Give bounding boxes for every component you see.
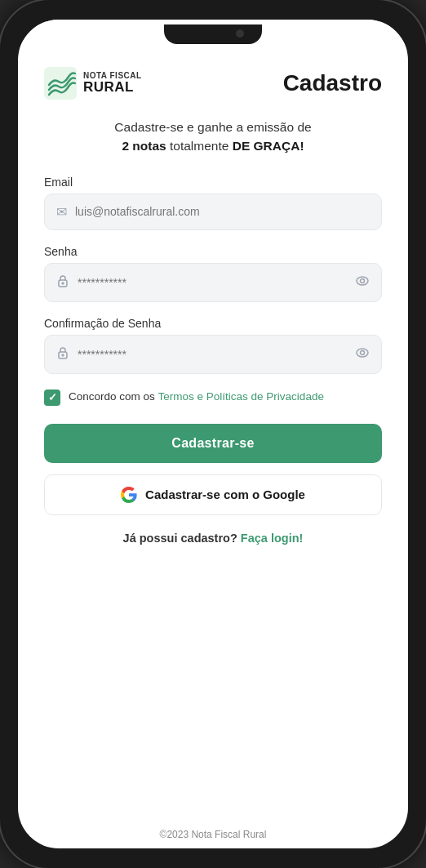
promo-text: Cadastre-se e ganhe a emissão de 2 notas… [44,118,382,156]
google-register-button[interactable]: Cadastrar-se com o Google [44,474,382,515]
confirm-password-input-wrapper [44,335,382,374]
email-icon: ✉ [56,204,67,220]
terms-checkbox[interactable]: ✓ [44,389,60,406]
confirm-lock-icon [56,346,69,363]
page-title: Cadastro [283,70,382,96]
register-button[interactable]: Cadastrar-se [44,424,382,463]
password-input[interactable] [78,276,347,289]
logo-area: NOTA FISCAL RURAL [44,67,142,100]
svg-point-4 [361,278,365,283]
logo-rural: RURAL [83,80,142,96]
email-input[interactable] [75,205,370,218]
promo-highlight-number: 2 notas [122,139,166,153]
confirm-eye-icon[interactable] [355,345,370,363]
confirm-password-label: Confirmação de Senha [44,317,382,330]
svg-rect-2 [62,282,64,284]
check-mark: ✓ [48,391,57,403]
password-label: Senha [44,245,382,258]
screen-content: NOTA FISCAL RURAL Cadastro Cadastre-se e… [18,51,408,819]
login-link[interactable]: Faça login! [241,532,304,545]
terms-link[interactable]: Termos e Políticas de Privacidade [158,390,324,403]
terms-checkbox-row: ✓ Concordo com os Termos e Políticas de … [44,389,382,406]
email-label: Email [44,176,382,189]
login-prompt-text: Já possui cadastro? [123,532,237,545]
notch [164,24,262,44]
terms-label: Concordo com os Termos e Políticas de Pr… [69,389,324,405]
login-prompt: Já possui cadastro? Faça login! [44,532,382,545]
footer: ©2023 Nota Fiscal Rural [18,819,408,848]
phone-screen: NOTA FISCAL RURAL Cadastro Cadastre-se e… [18,20,408,848]
promo-line2: totalmente [170,139,229,153]
svg-point-7 [357,349,368,357]
lock-icon [56,274,69,291]
logo-text: NOTA FISCAL RURAL [83,71,142,96]
svg-rect-6 [62,354,64,356]
svg-point-8 [361,350,365,354]
confirm-password-input[interactable] [78,348,347,361]
promo-highlight-free: DE GRAÇA! [233,139,304,153]
footer-text: ©2023 Nota Fiscal Rural [160,829,267,840]
svg-point-3 [357,277,368,285]
logo-icon [44,67,77,100]
password-input-wrapper [44,263,382,302]
password-eye-icon[interactable] [355,274,370,292]
notch-bar [18,20,408,51]
email-input-wrapper: ✉ [44,194,382,230]
google-icon [121,487,137,503]
google-button-label: Cadastrar-se com o Google [145,487,305,501]
header: NOTA FISCAL RURAL Cadastro [44,67,382,100]
phone-frame: NOTA FISCAL RURAL Cadastro Cadastre-se e… [0,0,426,868]
